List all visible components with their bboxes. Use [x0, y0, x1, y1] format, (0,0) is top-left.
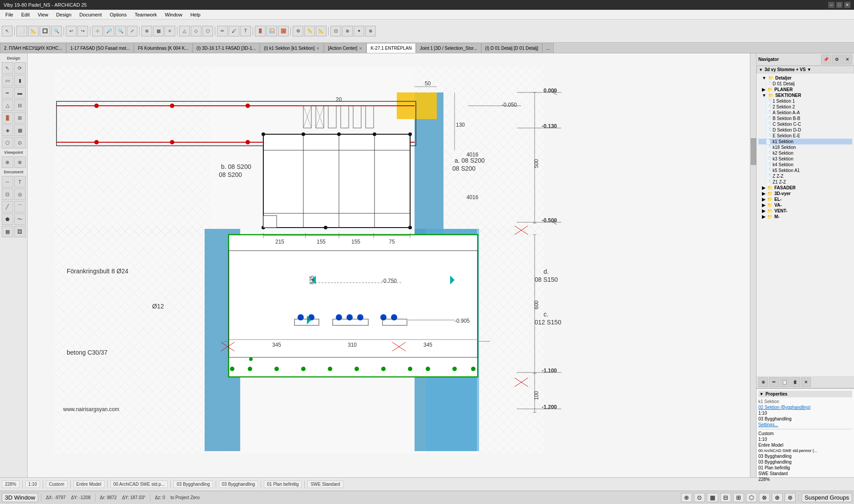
toolbar-pen[interactable]: ✏ — [217, 26, 228, 36]
tree-item-sbb[interactable]: 📄B Sektion B-B — [758, 116, 852, 121]
status2-icon2[interactable]: ⊙ — [694, 493, 705, 502]
tab-detail[interactable]: (I) D 01 Detalj [D 01 Detalj] — [481, 43, 543, 53]
status2-icon7[interactable]: ⊗ — [759, 493, 770, 502]
toolbar-wall[interactable]: 🧱 — [278, 26, 289, 36]
tree-group-el[interactable]: ▶ 📁 EL- — [758, 196, 852, 202]
navigator-header[interactable]: ▼ 3d vy Stomme + VS ▼ — [757, 66, 854, 73]
tree-item-s1[interactable]: 📄1 Sektion 1 — [758, 98, 852, 104]
toolbar-extra4[interactable]: ⊗ — [365, 26, 376, 36]
status2-suspend-groups[interactable]: Suspend Groups — [802, 493, 852, 502]
toolbar-3d[interactable]: 🔲 — [40, 26, 50, 36]
panel-btn3[interactable]: 📋 — [780, 377, 790, 387]
menu-document[interactable]: Document — [76, 11, 105, 18]
tree-item-saa[interactable]: 📄A Sektion A-A — [758, 110, 852, 116]
toolbar-undo[interactable]: ↩ — [66, 26, 77, 36]
toolbar-grid[interactable]: ▦ — [153, 26, 164, 36]
left-wall[interactable]: ▭ — [2, 75, 13, 86]
status2-icon9[interactable]: ⊛ — [785, 493, 796, 502]
left-picture[interactable]: 🖼 — [14, 226, 26, 237]
status-zoom[interactable]: 228% — [2, 480, 20, 488]
toolbar-view1[interactable]: △ — [179, 26, 190, 36]
left-rotate[interactable]: ⟳ — [14, 62, 26, 74]
left-column[interactable]: ▮ — [14, 75, 26, 86]
tree-item-zzz[interactable]: 📄Z Z-Z — [758, 173, 852, 179]
close-button[interactable]: ✕ — [844, 2, 850, 8]
nav-close[interactable]: ✕ — [842, 55, 852, 64]
menu-file[interactable]: File — [2, 11, 17, 18]
toolbar-extra3[interactable]: ✦ — [354, 26, 364, 36]
left-door[interactable]: 🚪 — [2, 112, 13, 124]
menu-design[interactable]: Design — [52, 11, 75, 18]
tree-group-detaljer[interactable]: ▼ 📁 Detaljer — [758, 75, 852, 81]
toolbar-detail[interactable]: 🔍 — [51, 26, 62, 36]
panel-btn5[interactable]: ✕ — [801, 377, 811, 387]
left-dim[interactable]: ↔ — [2, 176, 13, 188]
menu-teamwork[interactable]: Teamwork — [131, 11, 161, 18]
panel-btn1[interactable]: ⊕ — [758, 377, 768, 387]
tree-item-k2[interactable]: 📄k2 Sektion — [758, 150, 852, 156]
toolbar-view3[interactable]: ⬡ — [202, 26, 213, 36]
toolbar-fit[interactable]: ⤢ — [127, 26, 137, 36]
toolbar-select[interactable]: ⊹ — [92, 26, 103, 36]
tab-k1sektion[interactable]: (I) k1 Sektion [k1 Sektion] ✕ — [260, 43, 324, 53]
tree-item-z1zz[interactable]: 📄Z1 Z-Z — [758, 179, 852, 185]
tree-item-d01[interactable]: 📄 D 01 Detalj — [758, 81, 852, 87]
tab-entree[interactable]: K-27.1 ENTRÉPLAN — [367, 43, 415, 53]
toolbar-more2[interactable]: 📏 — [304, 26, 315, 36]
tree-group-3dvyer[interactable]: ▶ 📁 3D-vyer — [758, 191, 852, 196]
status-entire-model[interactable]: Entire Model — [73, 480, 105, 488]
menu-window[interactable]: Window — [161, 11, 186, 18]
toolbar-redo[interactable]: ↪ — [77, 26, 88, 36]
toolbar-window[interactable]: 🪟 — [266, 26, 277, 36]
left-hatch[interactable]: ▩ — [2, 226, 13, 237]
tab-kolumn[interactable]: F6 Kolumbnas [K 004 K... — [134, 43, 193, 53]
left-marker[interactable]: ◎ — [14, 188, 26, 200]
panel-btn2[interactable]: ✏ — [769, 377, 779, 387]
toolbar-section[interactable]: 📐 — [28, 26, 39, 36]
status-plan[interactable]: 01 Plan befintlig — [264, 480, 302, 488]
tree-item-k3[interactable]: 📄k3 Sektion — [758, 156, 852, 162]
menu-options[interactable]: Options — [106, 11, 130, 18]
tree-group-planer[interactable]: ▶ 📁 PLANER — [758, 87, 852, 92]
toolbar-arrow[interactable]: ↖ — [2, 26, 12, 36]
status-pennor[interactable]: 00 ArchiCAD SWE std.p... — [110, 480, 168, 488]
minimize-button[interactable]: ─ — [828, 2, 834, 8]
left-arc[interactable]: ⌒ — [14, 201, 26, 212]
maximize-button[interactable]: □ — [836, 2, 842, 8]
toolbar-plan[interactable]: ⬜ — [16, 26, 27, 36]
menu-edit[interactable]: Edit — [18, 11, 33, 18]
left-morph[interactable]: ⬡ — [2, 137, 13, 148]
tree-group-m[interactable]: ▶ 📁 M- — [758, 214, 852, 220]
toolbar-view2[interactable]: ◇ — [191, 26, 201, 36]
left-window[interactable]: ⊞ — [14, 112, 26, 124]
tab-k1sektion-close[interactable]: ✕ — [316, 46, 320, 51]
toolbar-zoom-out[interactable]: 🔍 — [115, 26, 126, 36]
menu-help[interactable]: Help — [187, 11, 204, 18]
tree-item-see[interactable]: 📄E Sektion E-E — [758, 133, 852, 139]
tree-item-s2[interactable]: 📄2 Sektion 2 — [758, 104, 852, 110]
canvas-vscroll[interactable] — [750, 53, 756, 477]
tab-3d[interactable]: (I) 3D-16 17-1 FASAD [3D-1... — [193, 43, 260, 53]
tree-group-sektioner[interactable]: ▼ 📁 SEKTIONER — [758, 92, 852, 98]
menu-view[interactable]: View — [34, 11, 52, 18]
left-object[interactable]: ◈ — [2, 124, 13, 136]
left-poly[interactable]: ⬟ — [2, 213, 13, 225]
status2-icon5[interactable]: ⊞ — [733, 493, 744, 502]
left-shell[interactable]: ⊙ — [14, 137, 26, 148]
toolbar-snap[interactable]: ⊕ — [141, 26, 152, 36]
toolbar-zoom-in[interactable]: 🔎 — [104, 26, 114, 36]
status2-icon3[interactable]: ▦ — [707, 493, 718, 502]
status-bygg2[interactable]: 03 Bygghandling — [219, 480, 258, 488]
left-select[interactable]: ↖ — [2, 62, 13, 74]
status-swe[interactable]: SWE Standard — [307, 480, 343, 488]
panel-btn4[interactable]: 🗑 — [790, 377, 800, 387]
toolbar-layer[interactable]: ≡ — [165, 26, 175, 36]
tab-fasad[interactable]: 1-17 FASAD [SO Fasad mot... — [66, 43, 134, 53]
toolbar-text[interactable]: T — [240, 26, 251, 36]
tab-plan[interactable]: 2. ПЛАН НЕСУЩИХ КОНС... — [0, 43, 66, 53]
tree-item-k1[interactable]: 📄k1 Sektion — [758, 139, 852, 144]
tab-joint[interactable]: Joint 1 [3D / Selection_Stor... — [416, 43, 481, 53]
toolbar-more3[interactable]: 📐 — [316, 26, 326, 36]
left-slab[interactable]: ▬ — [14, 87, 26, 99]
status2-icon8[interactable]: ⊕ — [772, 493, 783, 502]
